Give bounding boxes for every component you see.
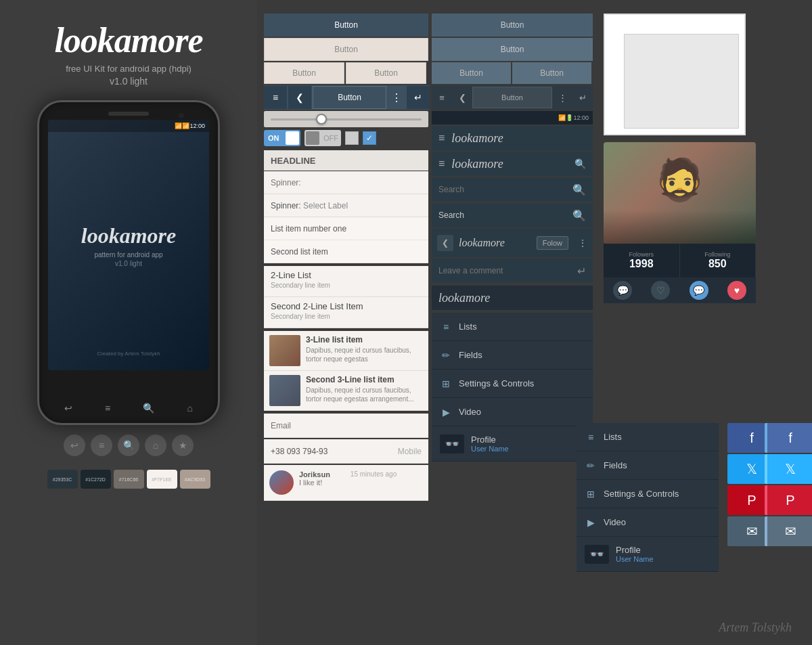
list-item-3line-2[interactable]: Second 3-Line list item Dapibus, neque i…: [264, 371, 428, 411]
phone-pattern-text: pattern for android app: [94, 251, 162, 259]
dark-share-icon[interactable]: ⋮: [578, 238, 587, 248]
dark-back-icon[interactable]: ❮: [452, 85, 472, 110]
swatch-icon-1[interactable]: ↩: [64, 435, 85, 456]
dark-nav-lists[interactable]: ≡ Lists: [432, 313, 593, 341]
checkbox-unchecked[interactable]: [345, 131, 359, 145]
swatch-icon-3[interactable]: 🔍: [118, 435, 139, 456]
dark-nav-lists-label: Lists: [459, 321, 477, 332]
following-stat[interactable]: Following 850: [680, 244, 757, 277]
3line-secondary-1: Dapibus, neque id cursus faucibus, torto…: [306, 346, 423, 363]
back-nav-icon[interactable]: ↩: [64, 403, 72, 414]
dark-profile-logo: lookamore: [459, 237, 531, 249]
action-bar-button[interactable]: Button: [313, 86, 386, 109]
dark-half-button-1[interactable]: Button: [432, 62, 511, 84]
dark-header-search-icon[interactable]: 🔍: [574, 158, 586, 169]
mail-icon-2[interactable]: ✉: [765, 516, 812, 546]
nav2-settings[interactable]: ⊞ Settings & Controls: [577, 480, 719, 508]
list-section: HEADLINE Spinner: Spinner: Select Label …: [264, 150, 430, 501]
dark-menu-icon[interactable]: ≡: [432, 85, 452, 110]
dark-comment-input[interactable]: [438, 266, 573, 275]
facebook-icon-2[interactable]: f: [765, 423, 812, 453]
dark-profile-back-icon[interactable]: ❮: [437, 235, 453, 251]
dark-search-icon-2[interactable]: 🔍: [572, 209, 586, 222]
toggle-on[interactable]: ON: [264, 130, 300, 146]
nav2-fields[interactable]: ✏ Fields: [577, 451, 719, 480]
dark-nav-settings[interactable]: ⊞ Settings & Controls: [432, 370, 593, 398]
swatch-icon-4[interactable]: ⌂: [145, 435, 166, 456]
followers-stat[interactable]: Folowers 1998: [604, 244, 680, 277]
overflow-icon-light[interactable]: ⋮: [388, 86, 405, 109]
dark-search-input-1[interactable]: [438, 185, 568, 194]
nav2-profile[interactable]: 👓 Profile User Name: [577, 537, 719, 572]
dark-overflow-icon[interactable]: ⋮: [552, 85, 572, 110]
dark-nav-profile[interactable]: 👓 Profile User Name: [432, 426, 593, 462]
dark-nav-settings-label: Settings & Controls: [459, 378, 534, 388]
swatch-icon-5[interactable]: ★: [172, 435, 194, 456]
primary-button-dark[interactable]: Button: [264, 14, 428, 37]
nav2-lists-label: Lists: [604, 432, 622, 442]
dark-header-menu-icon-2[interactable]: ≡: [438, 158, 445, 170]
dark-search-input-2[interactable]: [438, 210, 568, 220]
phone-status-bar: 📶 📶 12:00: [48, 120, 209, 132]
action-bar-light: ≡ ❮ Button ⋮ ↵: [264, 85, 430, 110]
swatch-light2: #AC9D93: [180, 470, 210, 489]
twitter-icon-2[interactable]: 𝕏: [765, 454, 812, 484]
dark-search-icon-1[interactable]: 🔍: [572, 183, 586, 196]
dark-comment-send-icon[interactable]: ↵: [577, 265, 586, 277]
left-panel: lookamore free UI Kit for android app (h…: [0, 0, 257, 645]
comment-avatar: [269, 470, 294, 495]
swatch-icon-2[interactable]: ≡: [91, 435, 112, 456]
checkbox-checked[interactable]: ✓: [363, 131, 376, 145]
secondary-button-light[interactable]: Button: [264, 38, 428, 61]
profile-img-overlay: [604, 210, 756, 244]
half-button-2[interactable]: Button: [346, 62, 426, 84]
dark-header-menu-icon[interactable]: ≡: [438, 132, 445, 144]
3line-primary-2: Second 3-Line list item: [306, 375, 423, 384]
dark-primary-button[interactable]: Button: [432, 14, 593, 37]
dark-enter-icon[interactable]: ↵: [572, 85, 593, 110]
nav2-video[interactable]: ▶ Video: [577, 508, 719, 537]
list-item-2line-1[interactable]: 2-Line List Secondary line item: [264, 266, 428, 297]
2line-secondary-1: Secondary line item: [271, 282, 422, 289]
dark-nav-profile-info: Profile User Name: [471, 435, 509, 453]
dark-action-btn[interactable]: Button: [472, 87, 552, 108]
slider-thumb[interactable]: [316, 114, 327, 125]
phone-version-text: v1.0 light: [115, 260, 142, 267]
back-icon-light[interactable]: ❮: [288, 86, 311, 109]
spinner-item-2[interactable]: Spinner: Select Label: [264, 194, 428, 217]
dark-nav-fields[interactable]: ✏ Fields: [432, 341, 593, 370]
headline-text: HEADLINE: [271, 156, 315, 166]
swatch-light1: #F7F1EE: [147, 470, 177, 489]
nav2-settings-label: Settings & Controls: [604, 489, 679, 499]
half-button-1[interactable]: Button: [264, 62, 344, 84]
list-item-1[interactable]: List item number one: [264, 217, 428, 240]
toggle-off[interactable]: OFF: [304, 130, 341, 146]
dark-nav-fields-label: Fields: [459, 350, 482, 360]
dark-nav-video[interactable]: ▶ Video: [432, 398, 593, 426]
reply-action-btn[interactable]: 💬: [690, 281, 708, 300]
nav2-lists-icon: ≡: [585, 431, 597, 443]
nav2-lists[interactable]: ≡ Lists: [577, 423, 719, 451]
dark-half-button-2[interactable]: Button: [512, 62, 591, 84]
list-item-2line-2[interactable]: Second 2-Line List Item Secondary line i…: [264, 297, 428, 328]
phone-nav-bar: ↩ ≡ 🔍 ⌂: [48, 403, 209, 414]
apps-nav-icon[interactable]: ⌂: [187, 403, 192, 414]
comment-action-btn[interactable]: 💬: [613, 281, 632, 300]
followers-value: 1998: [629, 258, 654, 270]
white-box-panel: [604, 14, 746, 135]
menu-icon-light[interactable]: ≡: [264, 86, 287, 109]
heart-action-btn[interactable]: ♥: [727, 281, 746, 300]
profile-person-icon: 🧔: [654, 156, 705, 204]
list-item-2[interactable]: Second list item: [264, 240, 428, 263]
spinner-item-1[interactable]: Spinner:: [264, 171, 428, 194]
home-nav-icon[interactable]: ≡: [105, 403, 110, 414]
pinterest-icon-2[interactable]: P: [765, 485, 812, 515]
email-input[interactable]: [271, 421, 422, 430]
enter-icon-light[interactable]: ↵: [407, 86, 430, 109]
dark-follow-button[interactable]: Folow: [537, 236, 568, 250]
search-nav-icon[interactable]: 🔍: [143, 403, 154, 414]
dark-secondary-button[interactable]: Button: [432, 38, 593, 61]
email-field-container: [264, 414, 428, 438]
like-action-btn[interactable]: ♡: [651, 281, 670, 300]
list-item-3line-1[interactable]: 3-Line list item Dapibus, neque id cursu…: [264, 331, 428, 371]
